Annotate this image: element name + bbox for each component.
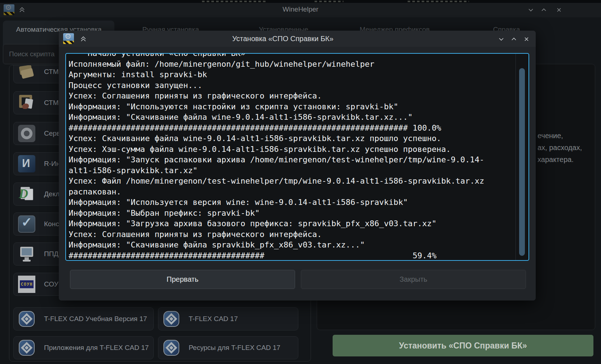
tflex-logo-icon: [163, 310, 180, 328]
maximize-icon[interactable]: [509, 34, 518, 44]
tflex-logo-icon: [18, 310, 35, 328]
installation-dialog: ⚙ Установка «СПО Справки БК» Начало уста…: [59, 31, 536, 301]
script-label: Ресурсы для T-FLEX CAD 17: [189, 344, 280, 352]
close-button[interactable]: Закрыть: [301, 270, 526, 289]
script-label: T-FLEX CAD 17: [189, 315, 238, 323]
script-item-tflex-resources[interactable]: Ресурсы для T-FLEX CAD 17: [158, 336, 298, 359]
script-label: Приложения для T-FLEX CAD 17: [44, 344, 149, 352]
background-text-fragment: [408, 1, 469, 2]
checkmark-icon: ✓: [18, 215, 35, 233]
install-log-text: Начало установки «СПО Справки БК» Исполн…: [69, 54, 528, 260]
main-window-title: WineHelper: [0, 5, 601, 13]
minimize-icon[interactable]: [496, 34, 506, 44]
dialog-titlebar[interactable]: ⚙ Установка «СПО Справки БК»: [59, 31, 536, 47]
folder-icon: [18, 65, 35, 80]
declaration-icon: D: [18, 185, 35, 203]
main-titlebar[interactable]: ⚙ WineHelper: [0, 3, 601, 17]
log-clip: Начало установки «СПО Справки БК» Исполн…: [66, 54, 528, 260]
monitor-icon: [18, 245, 35, 263]
abort-button[interactable]: Прервать: [70, 270, 295, 289]
background-text-fragment: [315, 1, 343, 2]
description-text-fragment: ечение, ах, расходах, характера.: [538, 130, 582, 166]
dialog-title: Установка «СПО Справки БК»: [59, 35, 507, 43]
script-item-tflex-cad17[interactable]: T-FLEX CAD 17: [158, 307, 298, 330]
scrollbar-thumb[interactable]: [519, 68, 525, 256]
maximize-icon[interactable]: [539, 5, 548, 14]
ring-icon: [18, 125, 35, 142]
letter-i-icon: И: [18, 155, 35, 172]
soun-logo-icon: СОУН: [18, 276, 35, 293]
script-item-tflex-apps[interactable]: Приложения для T-FLEX CAD 17: [13, 336, 154, 359]
close-icon[interactable]: [522, 34, 531, 44]
minimize-icon[interactable]: [526, 5, 535, 14]
background-window-sliver: [0, 0, 601, 3]
frame-documents-icon: [18, 94, 35, 111]
close-icon[interactable]: [554, 5, 563, 14]
background-text-fragment: [202, 1, 267, 2]
tflex-logo-icon: [18, 339, 35, 356]
tflex-logo-icon: [163, 339, 180, 356]
script-label: T-FLEX CAD Учебная Версия 17: [44, 315, 147, 323]
install-log-view[interactable]: Начало установки «СПО Справки БК» Исполн…: [65, 53, 529, 261]
scrollbar-track: [516, 54, 516, 260]
script-item-tflex-study[interactable]: T-FLEX CAD Учебная Версия 17: [13, 307, 154, 330]
install-button[interactable]: Установить «СПО Справки БК»: [333, 335, 593, 356]
